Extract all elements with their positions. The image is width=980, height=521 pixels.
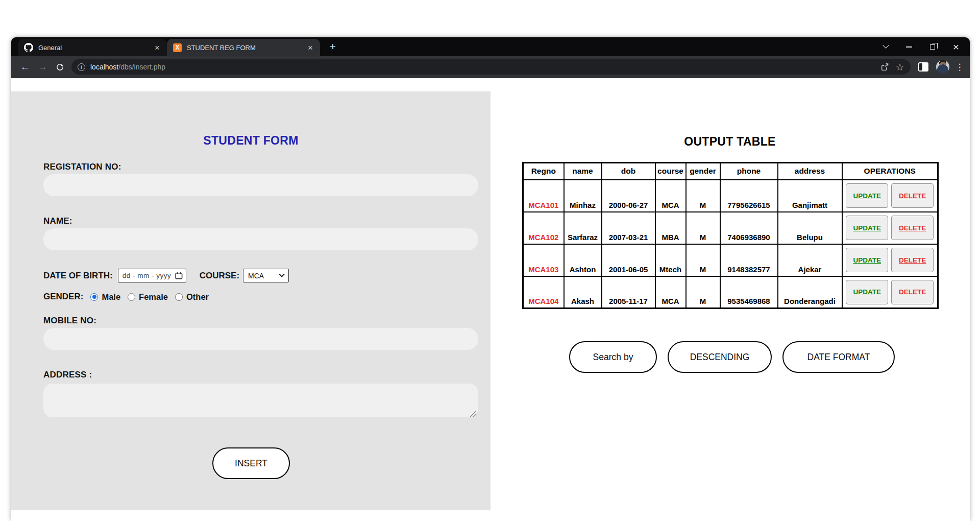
radio-icon[interactable] — [128, 293, 135, 301]
update-button[interactable]: UPDATE — [846, 216, 888, 240]
tab-close-icon[interactable]: × — [306, 43, 315, 52]
gender-label: GENDER: — [43, 292, 83, 302]
operations-cell: UPDATEDELETE — [842, 212, 938, 244]
delete-button-link[interactable]: DELETE — [899, 256, 926, 264]
tab-strip: General × X STUDENT REG FORM × + × — [11, 37, 970, 56]
course-cell: MCA — [655, 180, 686, 212]
delete-button[interactable]: DELETE — [891, 216, 934, 240]
date-format-button[interactable]: DATE FORMAT — [782, 341, 895, 373]
restore-icon — [930, 44, 935, 50]
phone-cell: 7795626615 — [720, 180, 778, 212]
delete-button[interactable]: DELETE — [891, 248, 934, 272]
dob-input[interactable]: dd - mm - yyyy — [118, 269, 186, 282]
radio-label: Male — [102, 292, 120, 302]
url-host: localhost — [90, 63, 118, 71]
forward-button[interactable]: → — [34, 58, 51, 76]
course-label: COURSE: — [200, 271, 239, 281]
name-cell: Ashton — [564, 244, 602, 276]
regno-cell: MCA104 — [523, 276, 564, 309]
url-path: /dbs/insert.php — [118, 63, 165, 71]
update-button-link[interactable]: UPDATE — [853, 224, 881, 232]
new-tab-button[interactable]: + — [326, 40, 339, 53]
side-panel-button[interactable] — [916, 60, 931, 74]
table-row: MCA102Sarfaraz2007-03-21MBAM7406936890Be… — [523, 212, 938, 244]
radio-label: Other — [186, 292, 209, 302]
delete-button-link[interactable]: DELETE — [899, 192, 926, 200]
mobile-input[interactable] — [43, 328, 478, 350]
course-cell: Mtech — [655, 244, 686, 276]
regno-cell: MCA103 — [523, 244, 564, 276]
table-row: MCA104Akash2005-11-17MCAM9535469868Donde… — [523, 276, 938, 309]
radio-label: Female — [139, 292, 168, 302]
name-input[interactable] — [43, 228, 478, 250]
update-button-link[interactable]: UPDATE — [853, 192, 881, 200]
gender-cell: M — [686, 212, 720, 244]
radio-icon[interactable] — [90, 293, 98, 301]
share-button[interactable] — [877, 60, 892, 74]
column-header: Regno — [523, 163, 564, 180]
dob-label: DATE OF BIRTH: — [43, 271, 113, 281]
column-header: OPERATIONS — [842, 163, 938, 180]
minimize-icon — [906, 46, 912, 48]
gender-radio-other[interactable]: Other — [175, 292, 209, 302]
url-text: localhost/dbs/insert.php — [90, 63, 165, 71]
insert-button[interactable]: INSERT — [212, 447, 290, 479]
chevron-down-icon — [883, 42, 889, 49]
column-header: course — [655, 163, 686, 180]
tab-student-reg-form[interactable]: X STUDENT REG FORM × — [167, 39, 320, 56]
course-cell: MCA — [655, 276, 686, 309]
browser-menu-button[interactable]: ⋮ — [954, 62, 965, 73]
minimize-button[interactable] — [897, 37, 921, 56]
delete-button[interactable]: DELETE — [891, 280, 934, 304]
mobile-label: MOBILE NO: — [43, 316, 96, 326]
profile-avatar[interactable] — [936, 60, 949, 74]
address-textarea[interactable] — [43, 384, 478, 417]
name-cell: Akash — [564, 276, 602, 309]
name-cell: Minhaz — [564, 180, 602, 212]
update-button[interactable]: UPDATE — [846, 183, 888, 208]
page-content: STUDENT FORM REGISTATION NO: NAME: DATE … — [11, 79, 970, 521]
dob-cell: 2007-03-21 — [602, 212, 655, 244]
descending-button[interactable]: DESCENDING — [668, 341, 772, 373]
update-button[interactable]: UPDATE — [846, 280, 888, 304]
column-header: address — [778, 163, 842, 180]
radio-icon[interactable] — [175, 293, 183, 301]
course-select[interactable]: MCA — [243, 269, 289, 282]
close-button[interactable]: × — [944, 37, 968, 56]
delete-button-link[interactable]: DELETE — [899, 288, 926, 296]
tab-search-button[interactable] — [874, 37, 897, 56]
browser-toolbar: ← → i localhost/dbs/insert.php ☆ — [11, 56, 970, 78]
search-by-button[interactable]: Search by — [569, 341, 657, 373]
operations-cell: UPDATEDELETE — [842, 244, 938, 276]
address-cell: Ganjimatt — [778, 180, 842, 212]
update-button-link[interactable]: UPDATE — [853, 288, 881, 296]
calendar-icon[interactable] — [175, 272, 183, 279]
reload-button[interactable] — [51, 58, 68, 76]
tab-close-icon[interactable]: × — [153, 43, 162, 52]
gender-cell: M — [686, 180, 720, 212]
address-bar[interactable]: i localhost/dbs/insert.php ☆ — [71, 59, 911, 75]
site-info-icon[interactable]: i — [78, 63, 85, 71]
update-button[interactable]: UPDATE — [846, 248, 888, 272]
gender-radio-female[interactable]: Female — [128, 292, 168, 302]
back-button[interactable]: ← — [16, 58, 34, 76]
update-button-link[interactable]: UPDATE — [853, 256, 881, 264]
restore-button[interactable] — [921, 37, 944, 56]
tab-title: STUDENT REG FORM — [187, 44, 306, 52]
regno-input[interactable] — [43, 174, 478, 196]
delete-button[interactable]: DELETE — [891, 183, 934, 208]
course-selected-value: MCA — [248, 272, 280, 280]
form-title: STUDENT FORM — [11, 134, 491, 148]
tab-title: General — [38, 44, 153, 52]
output-table-body: MCA101Minhaz2000-06-27MCAM7795626615Ganj… — [523, 180, 938, 309]
delete-button-link[interactable]: DELETE — [899, 224, 926, 232]
table-action-buttons: Search byDESCENDINGDATE FORMAT — [569, 341, 895, 373]
bookmark-button[interactable]: ☆ — [892, 60, 908, 74]
operations-cell: UPDATEDELETE — [842, 276, 938, 309]
screenshot-stage: General × X STUDENT REG FORM × + × ← → — [0, 0, 980, 521]
gender-radio-male[interactable]: Male — [90, 292, 120, 302]
name-label: NAME: — [43, 216, 72, 226]
github-icon — [24, 43, 33, 52]
address-cell: Ajekar — [778, 244, 842, 276]
tab-general[interactable]: General × — [18, 39, 167, 56]
